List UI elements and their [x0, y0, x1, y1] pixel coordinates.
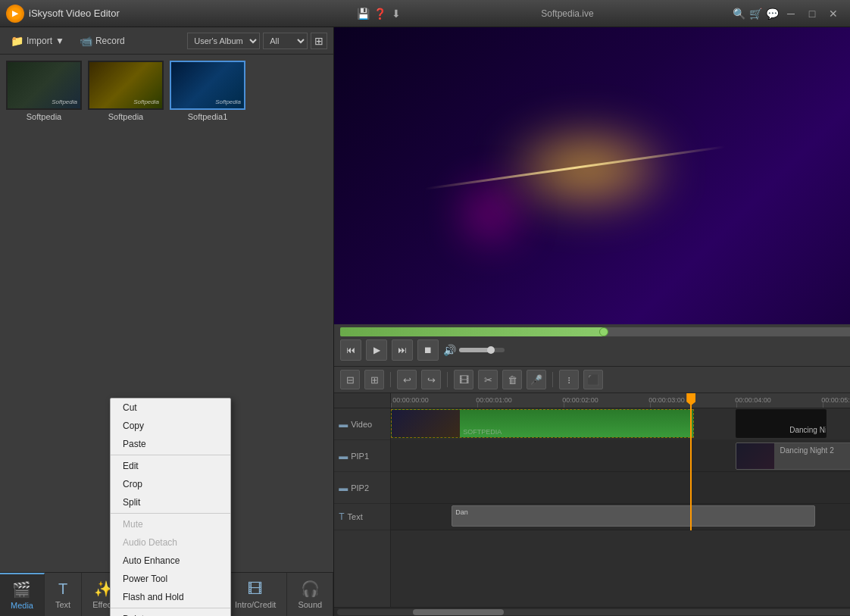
clip-watermark: SOFTPEDIA	[463, 428, 502, 436]
grid-toggle-button[interactable]: ⊞	[364, 370, 384, 389]
save-icon[interactable]: 💾	[355, 5, 371, 22]
pip1-clip[interactable]: Dancing Night 2	[736, 442, 850, 470]
pip2-track-label: ▬ PIP2	[334, 472, 390, 504]
context-menu-delete[interactable]: Delete	[111, 610, 230, 616]
scroll-thumb[interactable]	[413, 609, 504, 615]
view-toggle-button[interactable]: ⊟	[340, 370, 360, 389]
forward-button[interactable]: ⏭	[392, 339, 413, 361]
filter-select[interactable]: All Video Audio Photo	[263, 33, 308, 49]
time-mark-5: 00:00:05:00	[821, 396, 850, 404]
time-tick-4	[736, 403, 737, 408]
context-menu-paste[interactable]: Paste	[111, 435, 230, 453]
text-tab-icon: T	[58, 580, 67, 598]
split-button[interactable]: ⫶	[559, 370, 579, 389]
video-track: SOFTPEDIA Dancing Night 2	[391, 408, 850, 440]
timeline-area: ▬ Video ▬ PIP1 ▬ PIP2 T Text	[334, 393, 850, 607]
context-menu-auto-enhance[interactable]: Auto Enhance	[111, 552, 230, 570]
tab-intro-label: Intro/Credit	[235, 600, 276, 609]
volume-fill	[459, 348, 491, 352]
context-menu-power-tool[interactable]: Power Tool	[111, 570, 230, 588]
clip-green-area: SOFTPEDIA	[460, 410, 693, 437]
time-tick-5	[823, 403, 823, 408]
clip-label: Dancing Night 2	[789, 426, 827, 434]
pip1-track-name: PIP1	[351, 452, 369, 461]
seek-bar[interactable]	[340, 327, 850, 336]
grid-view-button[interactable]: ⊞	[311, 33, 327, 49]
help-icon[interactable]: ❓	[371, 5, 388, 22]
shop-icon[interactable]: 🛒	[747, 5, 764, 22]
video-clip-2[interactable]: Dancing Night 2	[736, 409, 827, 438]
context-separator	[111, 608, 230, 608]
media-thumbnail: Softpedia	[6, 61, 82, 110]
clip-thumbnail-image	[392, 410, 460, 437]
tab-text-label: Text	[55, 600, 70, 609]
text-clip-label: Dan	[452, 507, 471, 518]
delete-button[interactable]: 🗑	[502, 370, 522, 389]
microphone-button[interactable]: 🎤	[527, 370, 546, 389]
context-separator	[111, 455, 230, 455]
tab-sound-label: Sound	[298, 600, 322, 609]
maximize-button[interactable]: □	[802, 6, 823, 21]
seek-progress	[340, 327, 604, 336]
list-item[interactable]: Softpedia Softpedia1	[170, 61, 245, 121]
record-label: Record	[95, 36, 125, 46]
context-menu-split[interactable]: Split	[111, 493, 230, 511]
text-track-name: Text	[348, 512, 363, 521]
seek-thumb[interactable]	[599, 327, 608, 336]
glow-effect	[512, 131, 664, 207]
context-menu-audio-detach: Audio Detach	[111, 533, 230, 552]
tab-media[interactable]: 🎬 Media	[0, 573, 45, 616]
cut-button[interactable]: ✂	[478, 370, 498, 389]
controls-row: ⏮ ▶ ⏭ ⏹ 🔊 00:00:04 / 00:00:14 📷	[340, 339, 850, 361]
tab-intro-credit[interactable]: 🎞 Intro/Credit	[224, 573, 287, 616]
undo-button[interactable]: ↩	[397, 370, 417, 389]
text-track-icon: T	[339, 511, 344, 522]
context-menu-cut[interactable]: Cut	[111, 399, 230, 417]
stop-button[interactable]: ⏹	[417, 339, 439, 361]
add-clip-button[interactable]: 🎞	[454, 370, 473, 389]
timeline-scroll[interactable]: 00:00:00:00 00:00:01:00 00:00:02:00 00:0…	[391, 393, 850, 607]
redo-button[interactable]: ↪	[421, 370, 441, 389]
video-track-label: ▬ Video	[334, 408, 390, 440]
list-item[interactable]: Softpedia Softpedia	[88, 61, 164, 121]
close-button[interactable]: ✕	[823, 6, 844, 21]
minimize-button[interactable]: ─	[780, 6, 802, 21]
separator	[552, 372, 553, 387]
pip-thumbnail	[736, 443, 774, 469]
tab-text[interactable]: T Text	[45, 573, 82, 616]
media-thumbnail-selected: Softpedia	[170, 61, 245, 110]
context-menu-copy[interactable]: Copy	[111, 417, 230, 435]
right-panel: Softpedia ⏮ ▶ ⏭ ⏹ 🔊	[334, 27, 850, 616]
record-button[interactable]: 📹 Record	[75, 33, 130, 48]
search-icon[interactable]: 🔍	[730, 5, 747, 22]
context-menu-crop[interactable]: Crop	[111, 475, 230, 493]
titlebar-center: Softpedia.ive	[405, 8, 730, 19]
context-menu-edit[interactable]: Edit	[111, 457, 230, 475]
pip1-track-label: ▬ PIP1	[334, 440, 390, 472]
album-select[interactable]: User's Album Music Videos	[187, 33, 260, 49]
context-separator	[111, 513, 230, 514]
filter-dropdowns: User's Album Music Videos All Video Audi…	[187, 33, 327, 49]
tab-sound[interactable]: 🎧 Sound	[287, 573, 333, 616]
context-menu-mute: Mute	[111, 515, 230, 533]
chat-icon[interactable]: 💬	[764, 5, 780, 22]
volume-thumb[interactable]	[487, 346, 495, 354]
horizontal-scrollbar[interactable]	[334, 607, 850, 616]
media-tab-icon: 🎬	[12, 580, 31, 599]
clip-thumbnail	[392, 410, 460, 437]
play-button[interactable]: ▶	[366, 339, 387, 361]
download-icon[interactable]: ⬇	[388, 5, 405, 22]
list-item[interactable]: Softpedia Softpedia	[6, 61, 82, 121]
volume-bar[interactable]	[459, 348, 505, 352]
media-thumbnail: Softpedia	[88, 61, 164, 110]
pip2-track	[391, 472, 850, 504]
context-menu-flash-hold[interactable]: Flash and Hold	[111, 588, 230, 606]
time-tick-1	[477, 403, 478, 408]
time-mark-3: 00:00:03:00	[648, 396, 685, 404]
time-tick-0	[391, 403, 392, 408]
video-clip-1[interactable]: SOFTPEDIA	[391, 409, 694, 438]
merge-button[interactable]: ⬛	[583, 370, 603, 389]
rewind-button[interactable]: ⏮	[340, 339, 361, 361]
import-button[interactable]: 📁 Import ▼	[6, 33, 69, 48]
text-clip[interactable]: Dan	[452, 505, 815, 527]
